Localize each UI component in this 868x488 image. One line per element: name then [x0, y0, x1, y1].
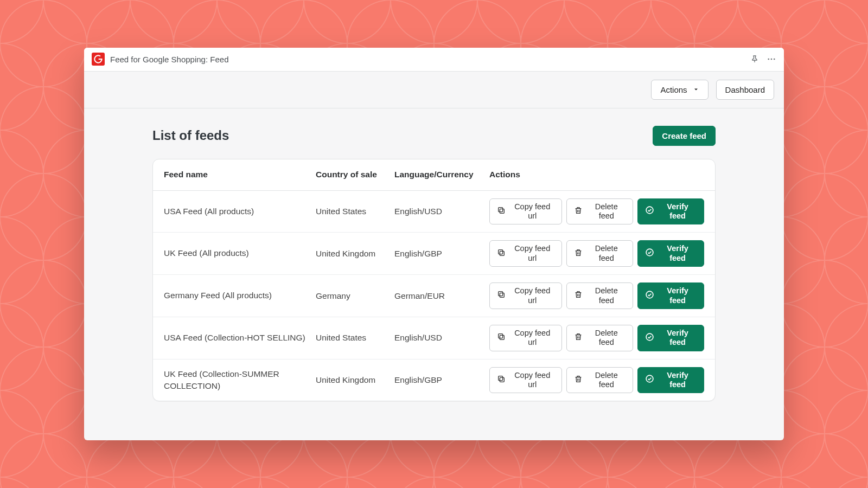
delete-label: Delete feed [587, 329, 626, 348]
copy-icon [497, 332, 506, 343]
app-card: Feed for Google Shopping: Feed Actions D… [84, 48, 784, 441]
copy-icon [497, 290, 506, 301]
table-header: Feed name Country of sale Language/Curre… [153, 159, 715, 191]
col-language: Language/Currency [394, 170, 489, 179]
titlebar: Feed for Google Shopping: Feed [84, 48, 784, 72]
check-circle-icon [645, 374, 654, 386]
trash-icon [574, 332, 583, 343]
svg-rect-34 [500, 377, 504, 382]
create-feed-button[interactable]: Create feed [653, 126, 716, 146]
dashboard-button-label: Dashboard [725, 85, 765, 94]
copy-label: Copy feed url [510, 244, 554, 263]
copy-label: Copy feed url [510, 202, 554, 221]
cell-language: English/USD [394, 333, 489, 343]
verify-feed-button[interactable]: Verify feed [637, 282, 704, 309]
app-title: Feed for Google Shopping: Feed [110, 55, 228, 64]
trash-icon [574, 248, 583, 259]
chevron-down-icon [693, 86, 699, 93]
svg-rect-24 [500, 293, 504, 298]
cell-country: United Kingdom [316, 375, 394, 385]
svg-rect-15 [499, 207, 503, 211]
trash-icon [574, 206, 583, 217]
cell-language: German/EUR [394, 291, 489, 301]
svg-rect-29 [500, 335, 504, 339]
svg-rect-35 [499, 376, 503, 381]
verify-label: Verify feed [659, 371, 697, 390]
more-icon[interactable] [767, 54, 776, 64]
actions-dropdown[interactable]: Actions [651, 80, 708, 100]
col-feed-name: Feed name [164, 170, 316, 179]
table-row: UK Feed (Collection-SUMMER COLLECTION)Un… [153, 359, 715, 401]
cell-actions: Copy feed urlDelete feedVerify feed [489, 325, 704, 351]
trash-icon [574, 375, 583, 386]
cell-feed-name: USA Feed (Collection-HOT SELLING) [164, 332, 316, 344]
svg-rect-14 [500, 209, 504, 213]
col-country: Country of sale [316, 170, 394, 179]
cell-country: United Kingdom [316, 249, 394, 259]
svg-rect-19 [500, 251, 504, 255]
actions-button-label: Actions [660, 85, 687, 94]
verify-label: Verify feed [659, 244, 697, 263]
feeds-table: Feed name Country of sale Language/Curre… [152, 159, 716, 402]
svg-rect-30 [499, 334, 503, 338]
delete-label: Delete feed [587, 202, 626, 221]
delete-feed-button[interactable]: Delete feed [566, 325, 633, 351]
verify-label: Verify feed [659, 286, 697, 305]
delete-feed-button[interactable]: Delete feed [566, 198, 633, 225]
cell-actions: Copy feed urlDelete feedVerify feed [489, 240, 704, 267]
copy-label: Copy feed url [510, 371, 554, 390]
copy-icon [497, 375, 506, 386]
svg-point-12 [771, 59, 773, 60]
delete-feed-button[interactable]: Delete feed [566, 367, 633, 394]
delete-label: Delete feed [587, 371, 626, 390]
cell-feed-name: USA Feed (All products) [164, 206, 316, 217]
verify-label: Verify feed [659, 329, 697, 348]
page-title: List of feeds [152, 128, 229, 143]
table-row: USA Feed (Collection-HOT SELLING)United … [153, 317, 715, 359]
dashboard-button[interactable]: Dashboard [716, 80, 774, 100]
check-circle-icon [645, 290, 654, 301]
table-row: USA Feed (All products)United StatesEngl… [153, 191, 715, 233]
delete-feed-button[interactable]: Delete feed [566, 282, 633, 309]
check-circle-icon [645, 332, 654, 344]
cell-country: United States [316, 333, 394, 343]
verify-feed-button[interactable]: Verify feed [637, 367, 704, 394]
cell-feed-name: UK Feed (All products) [164, 247, 316, 259]
verify-feed-button[interactable]: Verify feed [637, 198, 704, 225]
table-row: Germany Feed (All products)GermanyGerman… [153, 275, 715, 317]
copy-feed-url-button[interactable]: Copy feed url [489, 240, 562, 267]
cell-feed-name: UK Feed (Collection-SUMMER COLLECTION) [164, 368, 316, 393]
svg-point-13 [774, 59, 775, 60]
delete-feed-button[interactable]: Delete feed [566, 240, 633, 267]
cell-language: English/USD [394, 207, 489, 216]
create-feed-label: Create feed [662, 131, 706, 140]
copy-feed-url-button[interactable]: Copy feed url [489, 367, 562, 394]
verify-feed-button[interactable]: Verify feed [637, 325, 704, 351]
svg-point-11 [768, 59, 769, 60]
col-actions: Actions [489, 170, 704, 179]
cell-country: United States [316, 207, 394, 216]
verify-feed-button[interactable]: Verify feed [637, 240, 704, 267]
check-circle-icon [645, 248, 654, 259]
cell-language: English/GBP [394, 249, 489, 259]
copy-feed-url-button[interactable]: Copy feed url [489, 325, 562, 351]
copy-icon [497, 206, 506, 217]
trash-icon [574, 290, 583, 301]
copy-icon [497, 248, 506, 259]
svg-rect-20 [499, 249, 503, 254]
copy-label: Copy feed url [510, 329, 554, 348]
svg-rect-25 [499, 292, 503, 296]
verify-label: Verify feed [659, 202, 697, 221]
table-row: UK Feed (All products)United KingdomEngl… [153, 233, 715, 275]
subbar: Actions Dashboard [84, 72, 784, 108]
copy-feed-url-button[interactable]: Copy feed url [489, 282, 562, 309]
delete-label: Delete feed [587, 286, 626, 305]
cell-actions: Copy feed urlDelete feedVerify feed [489, 198, 704, 225]
pin-icon[interactable] [750, 55, 759, 63]
cell-actions: Copy feed urlDelete feedVerify feed [489, 367, 704, 394]
cell-feed-name: Germany Feed (All products) [164, 290, 316, 301]
check-circle-icon [645, 206, 654, 217]
app-logo [92, 53, 105, 66]
cell-language: English/GBP [394, 375, 489, 385]
copy-feed-url-button[interactable]: Copy feed url [489, 198, 562, 225]
